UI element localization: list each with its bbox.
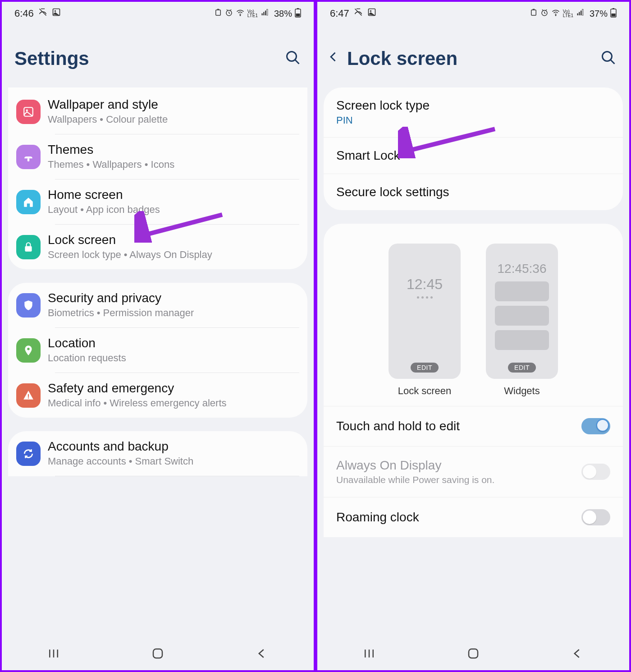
- nav-bar: [317, 639, 629, 670]
- svg-rect-32: [612, 14, 616, 17]
- row-sub: Manage accounts • Smart Switch: [48, 456, 299, 467]
- clock-icon: [225, 9, 233, 19]
- search-icon[interactable]: [285, 50, 301, 68]
- row-sub: Screen lock type • Always On Display: [48, 249, 299, 261]
- status-bar: 6:46 Vo)LTE1 38%: [2, 2, 314, 25]
- lock-screen-section-2: 12:45 EDIT Lock screen 12:45:36: [324, 224, 623, 537]
- svg-rect-26: [577, 13, 578, 15]
- svg-rect-34: [469, 649, 478, 658]
- row-always-on-display: Always On Display Unavailable while Powe…: [324, 446, 623, 497]
- preview-time: 12:45: [407, 276, 443, 293]
- nav-back-icon[interactable]: [255, 647, 269, 662]
- row-title: Secure lock settings: [336, 185, 610, 199]
- battery-icon: [295, 8, 301, 20]
- preview-row: 12:45 EDIT Lock screen 12:45:36: [324, 224, 623, 406]
- row-lock-screen[interactable]: Lock screen Screen lock type • Always On…: [8, 225, 307, 269]
- phone-right-lock-screen: 6:47 Vo)LTE1 37% Lock screen Scree: [316, 0, 631, 672]
- svg-rect-2: [216, 10, 221, 15]
- signal-icon: [261, 9, 270, 19]
- row-location[interactable]: Location Location requests: [8, 328, 307, 373]
- row-sub: Layout • App icon badges: [48, 204, 299, 216]
- preview-lock-screen[interactable]: 12:45 EDIT Lock screen: [389, 244, 461, 397]
- row-smart-lock[interactable]: Smart Lock: [324, 138, 623, 174]
- svg-rect-31: [613, 8, 614, 9]
- row-sub: PIN: [336, 115, 610, 126]
- row-title: Accounts and backup: [48, 439, 299, 454]
- page-title: Settings: [14, 48, 89, 69]
- phone-left-settings: 6:46 Vo)LTE1 38% Settings: [0, 0, 316, 672]
- alert-icon: [16, 383, 41, 408]
- svg-rect-10: [297, 8, 299, 9]
- svg-rect-11: [296, 14, 300, 17]
- status-bar: 6:47 Vo)LTE1 37%: [317, 2, 629, 25]
- row-home-screen[interactable]: Home screen Layout • App icon badges: [8, 180, 307, 224]
- edit-button[interactable]: EDIT: [411, 363, 439, 373]
- preview-widgets[interactable]: 12:45:36 EDIT Widgets: [486, 244, 558, 397]
- svg-point-14: [26, 109, 28, 111]
- row-screen-lock-type[interactable]: Screen lock type PIN: [324, 87, 623, 138]
- volte-icon: Vo)LTE1: [563, 9, 573, 18]
- status-icon-missed-call: [38, 8, 47, 19]
- row-sub: Medical info • Wireless emergency alerts: [48, 397, 299, 409]
- signal-icon: [576, 9, 585, 19]
- status-icon-image: [52, 8, 61, 19]
- nav-bar: [2, 639, 314, 670]
- brush-icon: [16, 145, 41, 169]
- settings-group-2: Security and privacy Biometrics • Permis…: [8, 283, 307, 418]
- row-roaming-clock[interactable]: Roaming clock: [324, 497, 623, 537]
- svg-rect-29: [582, 9, 583, 15]
- row-themes[interactable]: Themes Themes • Wallpapers • Icons: [8, 134, 307, 179]
- search-icon[interactable]: [600, 50, 617, 68]
- row-title: Wallpaper and style: [48, 97, 299, 112]
- header-row: Settings: [2, 25, 314, 87]
- row-title: Lock screen: [48, 233, 299, 247]
- svg-rect-27: [579, 12, 580, 15]
- pin-icon: [16, 338, 41, 363]
- volte-icon: Vo)LTE1: [247, 9, 258, 18]
- row-title: Roaming clock: [336, 510, 419, 525]
- svg-rect-19: [28, 397, 29, 398]
- header-row: Lock screen: [317, 25, 629, 87]
- settings-group-1: Wallpaper and style Wallpapers • Colour …: [8, 87, 307, 269]
- svg-rect-6: [263, 12, 264, 15]
- clock-icon: [540, 9, 549, 19]
- toggle-touch-hold[interactable]: [581, 418, 610, 434]
- row-security-privacy[interactable]: Security and privacy Biometrics • Permis…: [8, 283, 307, 327]
- alarm-icon: [214, 9, 222, 19]
- svg-point-12: [287, 52, 297, 61]
- edit-button[interactable]: EDIT: [508, 363, 536, 373]
- wifi-icon: [551, 9, 560, 19]
- svg-rect-16: [25, 246, 32, 251]
- row-title: Smart Lock: [336, 148, 610, 163]
- svg-point-25: [555, 15, 556, 16]
- row-sub: Wallpapers • Colour palette: [48, 114, 299, 125]
- svg-point-22: [370, 10, 371, 12]
- row-wallpaper-style[interactable]: Wallpaper and style Wallpapers • Colour …: [8, 89, 307, 134]
- toggle-aod: [581, 464, 610, 480]
- nav-home-icon[interactable]: [151, 647, 165, 662]
- home-icon: [16, 190, 41, 214]
- row-title: Touch and hold to edit: [336, 419, 460, 433]
- preview-label: Lock screen: [398, 385, 452, 397]
- settings-group-3: Accounts and backup Manage accounts • Sm…: [8, 431, 307, 476]
- nav-recents-icon[interactable]: [362, 647, 376, 662]
- svg-rect-5: [261, 13, 262, 15]
- svg-point-33: [603, 52, 612, 61]
- row-touch-hold-edit[interactable]: Touch and hold to edit: [324, 406, 623, 446]
- nav-recents-icon[interactable]: [47, 647, 60, 662]
- svg-point-4: [240, 15, 241, 16]
- battery-percent: 37%: [590, 9, 608, 19]
- row-title: Security and privacy: [48, 291, 299, 305]
- nav-home-icon[interactable]: [466, 647, 480, 662]
- row-accounts-backup[interactable]: Accounts and backup Manage accounts • Sm…: [8, 431, 307, 476]
- preview-label: Widgets: [504, 385, 540, 397]
- status-time: 6:46: [14, 8, 34, 19]
- svg-rect-18: [28, 394, 29, 397]
- row-title: Always On Display: [336, 458, 494, 473]
- nav-back-icon[interactable]: [571, 647, 584, 662]
- row-title: Themes: [48, 143, 299, 157]
- row-secure-lock-settings[interactable]: Secure lock settings: [324, 174, 623, 210]
- toggle-roaming-clock[interactable]: [581, 509, 610, 525]
- back-icon[interactable]: [327, 49, 340, 69]
- row-safety-emergency[interactable]: Safety and emergency Medical info • Wire…: [8, 373, 307, 418]
